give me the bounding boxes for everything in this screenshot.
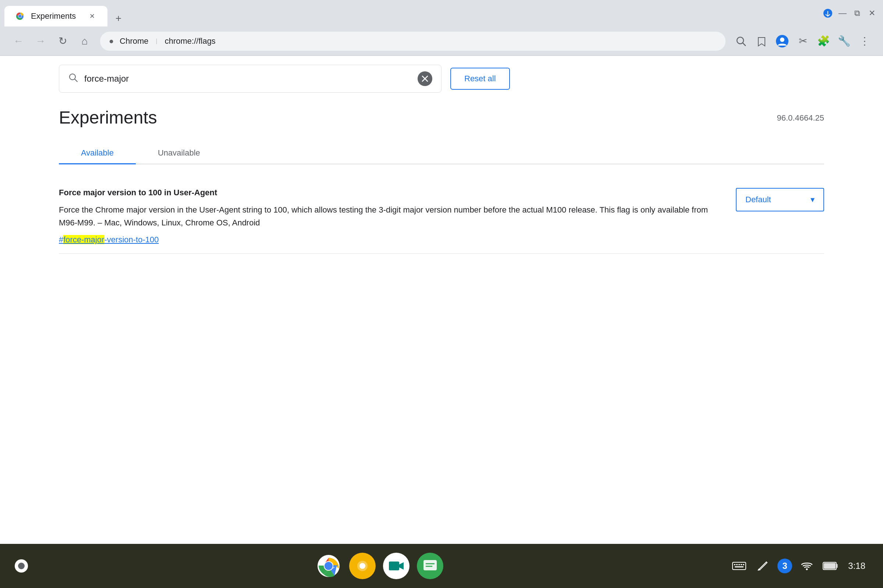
download-indicator[interactable]	[821, 7, 835, 20]
svg-rect-18	[389, 561, 399, 570]
new-tab-button[interactable]: +	[110, 10, 126, 27]
search-icon[interactable]	[731, 32, 751, 51]
svg-rect-32	[824, 563, 835, 569]
nav-icons: ✂ 🧩 🔧 ⋮	[731, 32, 874, 51]
flag-name: Force major version to 100 in User-Agent	[59, 188, 721, 198]
keyboard-icon[interactable]	[730, 557, 748, 575]
svg-rect-27	[743, 564, 744, 565]
flag-info: Force major version to 100 in User-Agent…	[59, 188, 721, 244]
tab-strip: Experiments ✕ +	[5, 0, 821, 27]
svg-rect-24	[736, 564, 738, 565]
puzzle-icon[interactable]: 🧩	[814, 32, 833, 51]
scissors-icon[interactable]: ✂	[793, 32, 812, 51]
flags-search-bar: Reset all	[0, 56, 883, 93]
address-bar[interactable]: ● Chrome | chrome://flags	[100, 32, 725, 51]
badge-3: 3	[778, 559, 792, 573]
taskbar-app2-icon[interactable]	[349, 553, 375, 579]
page-content: Reset all Experiments 96.0.4664.25 Avail…	[0, 56, 883, 544]
clock-display: 3:18	[848, 561, 865, 571]
search-input[interactable]	[84, 74, 412, 84]
profile-button[interactable]	[773, 32, 792, 51]
taskbar-chrome-icon[interactable]	[315, 553, 342, 579]
tab-favicon	[15, 11, 25, 21]
flag-dropdown-arrow: ▾	[811, 195, 815, 204]
address-url: chrome://flags	[165, 36, 216, 46]
flag-item: Force major version to 100 in User-Agent…	[59, 179, 824, 254]
pen-icon[interactable]	[754, 557, 772, 575]
address-separator: |	[156, 38, 158, 45]
svg-point-8	[780, 38, 784, 42]
svg-rect-31	[836, 564, 838, 568]
home-button[interactable]: ⌂	[75, 32, 94, 51]
taskbar-time: 3:18	[845, 557, 868, 575]
experiments-header: Experiments 96.0.4664.25	[0, 93, 883, 128]
svg-rect-22	[733, 562, 746, 570]
maximize-button[interactable]: ⧉	[851, 7, 864, 20]
tabs-container: Available Unavailable	[0, 128, 883, 164]
taskbar-right: 3 3:18	[730, 557, 868, 575]
flag-dropdown[interactable]: Default ▾	[736, 188, 824, 212]
taskbar-left	[15, 560, 28, 573]
search-icon	[68, 72, 78, 86]
experiments-title: Experiments	[59, 107, 157, 128]
flag-list: Force major version to 100 in User-Agent…	[0, 164, 883, 268]
flag-dropdown-value: Default	[745, 195, 771, 204]
search-clear-button[interactable]	[417, 71, 432, 86]
svg-point-15	[324, 562, 333, 570]
extension2-icon[interactable]: 🔧	[835, 32, 854, 51]
search-box[interactable]	[59, 65, 442, 93]
svg-rect-28	[735, 566, 743, 567]
title-bar: Experiments ✕ + — ⧉ ✕	[0, 0, 883, 27]
svg-point-29	[806, 568, 808, 570]
tab-title: Experiments	[31, 11, 81, 21]
flag-link-highlight: force-major	[63, 235, 104, 244]
back-button: ←	[9, 32, 28, 51]
svg-line-6	[743, 43, 746, 46]
taskbar-meet-icon[interactable]	[383, 553, 410, 579]
minimize-button[interactable]: —	[836, 7, 849, 20]
battery-icon	[821, 557, 839, 575]
forward-button: →	[31, 32, 50, 51]
svg-point-17	[359, 563, 365, 569]
active-tab[interactable]: Experiments ✕	[5, 6, 107, 27]
flag-link-hash: #	[59, 235, 63, 244]
wifi-icon[interactable]	[798, 557, 816, 575]
version-text: 96.0.4664.25	[777, 113, 824, 123]
svg-rect-26	[740, 564, 742, 565]
svg-rect-25	[739, 564, 740, 565]
tab-available[interactable]: Available	[59, 142, 136, 164]
svg-rect-23	[734, 564, 736, 565]
svg-line-10	[75, 79, 77, 82]
reset-all-button[interactable]: Reset all	[451, 68, 510, 90]
secure-icon: ●	[109, 36, 114, 46]
close-button[interactable]: ✕	[865, 7, 878, 20]
reload-button[interactable]: ↻	[53, 32, 72, 51]
window-controls: — ⧉ ✕	[821, 7, 878, 20]
tabs-nav: Available Unavailable	[59, 142, 824, 164]
taskbar-center	[28, 553, 730, 579]
flag-link-suffix: -version-to-100	[105, 235, 159, 244]
bookmark-icon[interactable]	[752, 32, 771, 51]
svg-rect-19	[423, 560, 437, 570]
taskbar-dot	[15, 560, 28, 573]
tab-unavailable[interactable]: Unavailable	[136, 142, 222, 164]
taskbar-chat-icon[interactable]	[417, 553, 443, 579]
taskbar: 3 3:18	[0, 544, 883, 588]
flag-link[interactable]: #force-major-version-to-100	[59, 235, 721, 244]
address-brand: Chrome	[120, 36, 148, 46]
more-menu-button[interactable]: ⋮	[855, 32, 874, 51]
navigation-bar: ← → ↻ ⌂ ● Chrome | chrome://flags	[0, 27, 883, 56]
tab-close-button[interactable]: ✕	[87, 11, 97, 21]
flag-description: Force the Chrome major version in the Us…	[59, 203, 721, 229]
svg-point-2	[18, 15, 21, 18]
